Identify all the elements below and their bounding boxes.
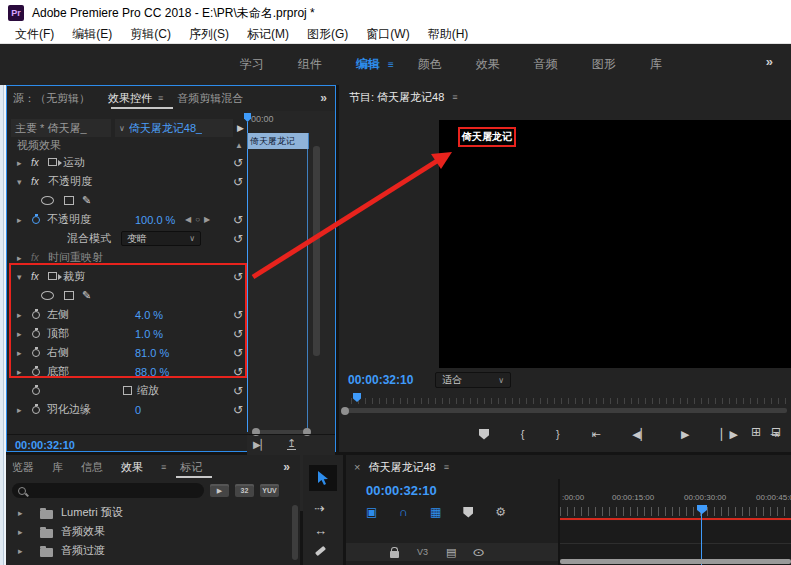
menu-4[interactable]: 标记(M) bbox=[238, 26, 298, 43]
reset-icon[interactable]: ↺ bbox=[233, 308, 243, 322]
twirl-icon[interactable]: ▸ bbox=[18, 508, 32, 518]
workspace-overflow-icon[interactable]: » bbox=[766, 54, 773, 69]
effects-tab-1[interactable]: 库 bbox=[52, 460, 63, 475]
reset-icon[interactable]: ↺ bbox=[233, 403, 243, 417]
search-input[interactable] bbox=[31, 484, 181, 497]
pen-mask-icon[interactable]: ✎ bbox=[82, 194, 91, 207]
reset-icon[interactable]: ↺ bbox=[233, 346, 243, 360]
play-icon[interactable]: ▶ bbox=[681, 428, 689, 441]
param-name[interactable]: 顶部 bbox=[47, 326, 69, 341]
effects-folder-row[interactable]: ▸Lumetri 预设 bbox=[6, 503, 300, 522]
rect-mask-icon[interactable] bbox=[64, 291, 74, 300]
menu-6[interactable]: 窗口(W) bbox=[357, 26, 418, 43]
stopwatch-icon[interactable] bbox=[31, 367, 47, 377]
effect-name[interactable]: 时间重映射 bbox=[48, 250, 103, 265]
reset-icon[interactable]: ↺ bbox=[233, 232, 243, 246]
program-timecode[interactable]: 00:00:32:10 bbox=[348, 373, 413, 387]
reset-icon[interactable]: ↺ bbox=[233, 327, 243, 341]
keyframe-nav-icons[interactable]: ◀○▶ bbox=[185, 215, 214, 224]
lock-icon[interactable] bbox=[390, 551, 399, 558]
twirl-icon[interactable]: ▸ bbox=[17, 215, 31, 225]
stopwatch-icon[interactable] bbox=[31, 405, 47, 415]
rect-mask-icon[interactable] bbox=[64, 196, 74, 205]
workspace-tab-0[interactable]: 学习 bbox=[240, 56, 264, 73]
program-video-area[interactable] bbox=[439, 120, 791, 368]
effect-row-羽化边缘[interactable]: ▸羽化边缘0↺ bbox=[17, 400, 253, 419]
workspace-tab-6[interactable]: 图形 bbox=[592, 56, 616, 73]
twirl-icon[interactable]: ▾ bbox=[17, 177, 31, 187]
twirl-icon[interactable]: ▸ bbox=[17, 253, 31, 263]
param-value[interactable]: 4.0 % bbox=[135, 309, 163, 321]
zoom-checkbox[interactable] bbox=[123, 386, 132, 395]
folder-label[interactable]: 音频过渡 bbox=[61, 543, 105, 558]
menu-0[interactable]: 文件(F) bbox=[6, 26, 63, 43]
effect-row-运动[interactable]: ▸fx运动↺ bbox=[17, 153, 253, 172]
effect-row-不透明度[interactable]: ▸不透明度100.0 %◀○▶↺ bbox=[17, 210, 253, 229]
timeline-panel-menu-icon[interactable]: ≡ bbox=[444, 462, 449, 472]
reset-icon[interactable]: ↺ bbox=[233, 365, 243, 379]
effects-folder-row[interactable]: ▸音频过渡 bbox=[6, 541, 300, 560]
ripple-edit-tool[interactable]: ↔ bbox=[314, 523, 327, 538]
program-zoom-scrollbar[interactable] bbox=[343, 408, 787, 413]
effects-folder-row[interactable]: ▸音频效果 bbox=[6, 522, 300, 541]
selection-tool[interactable] bbox=[309, 465, 337, 491]
effect-row-底部[interactable]: ▸底部88.0 %↺ bbox=[17, 362, 253, 381]
yuv-badge[interactable]: YUV bbox=[260, 484, 279, 497]
twirl-icon[interactable]: ▸ bbox=[18, 546, 32, 556]
ellipse-mask-icon[interactable] bbox=[41, 196, 54, 205]
effect-row-缩放[interactable]: 缩放↺ bbox=[17, 381, 253, 400]
folder-label[interactable]: 音频效果 bbox=[61, 524, 105, 539]
mark-in-icon[interactable]: { bbox=[521, 428, 525, 440]
marker-icon[interactable] bbox=[463, 507, 473, 518]
tab-program-monitor[interactable]: 节目: 倚天屠龙记48 bbox=[349, 90, 444, 105]
effect-row-裁剪[interactable]: ▾fx裁剪↺ bbox=[17, 267, 253, 286]
snap-icon[interactable]: ∩ bbox=[399, 505, 408, 519]
fit-zoom-select[interactable]: 适合 ∨ bbox=[435, 372, 511, 388]
twirl-icon[interactable]: ▾ bbox=[17, 272, 31, 282]
effect-row-时间重映射[interactable]: ▸fx时间重映射 bbox=[17, 248, 253, 267]
workspace-menu-icon[interactable]: ≡ bbox=[388, 59, 394, 70]
workspace-tab-2[interactable]: 编辑 bbox=[356, 56, 380, 73]
menu-5[interactable]: 图形(G) bbox=[298, 26, 357, 43]
effects-search-box[interactable] bbox=[12, 483, 204, 498]
play-clip-icon[interactable]: ▶▏ bbox=[253, 439, 268, 450]
nest-icon[interactable]: ▣ bbox=[366, 505, 377, 519]
twirl-icon[interactable]: ▸ bbox=[17, 158, 31, 168]
effect-row-不透明度[interactable]: ▾fx不透明度↺ bbox=[17, 172, 253, 191]
step-back-icon[interactable]: ◀▏ bbox=[632, 428, 649, 441]
eye-icon[interactable]: ⊙ bbox=[472, 547, 485, 558]
workspace-tab-5[interactable]: 音频 bbox=[534, 56, 558, 73]
effects-scrollbar[interactable] bbox=[292, 505, 298, 560]
close-panel-icon[interactable]: × bbox=[354, 461, 360, 473]
effects-tab-2[interactable]: 信息 bbox=[81, 460, 103, 475]
reset-icon[interactable]: ↺ bbox=[233, 175, 243, 189]
accelerated-effects-badge[interactable]: ▶ bbox=[210, 484, 229, 497]
effects-tab-0[interactable]: 览器 bbox=[12, 460, 34, 475]
linked-selection-icon[interactable]: ▦ bbox=[430, 505, 441, 519]
stopwatch-icon[interactable] bbox=[31, 348, 47, 358]
program-panel-menu-icon[interactable]: ≡ bbox=[452, 92, 457, 102]
step-forward-icon[interactable]: ▏▶ bbox=[721, 428, 738, 441]
param-name[interactable]: 右侧 bbox=[47, 345, 69, 360]
twirl-icon[interactable]: ▸ bbox=[17, 329, 31, 339]
fx-badge[interactable]: fx bbox=[31, 252, 48, 263]
effects-tab-3[interactable]: 效果 bbox=[121, 460, 143, 475]
stopwatch-icon[interactable] bbox=[31, 310, 47, 320]
twirl-icon[interactable]: ▸ bbox=[17, 405, 31, 415]
param-value[interactable]: 0 bbox=[135, 404, 141, 416]
program-zoom-handle[interactable] bbox=[341, 407, 349, 415]
track-target-icon[interactable]: ▤ bbox=[446, 546, 456, 559]
razor-tool[interactable] bbox=[315, 549, 326, 553]
twirl-icon[interactable]: ▸ bbox=[17, 348, 31, 358]
effect-row-顶部[interactable]: ▸顶部1.0 %↺ bbox=[17, 324, 253, 343]
reset-icon[interactable]: ↺ bbox=[233, 384, 243, 398]
menu-3[interactable]: 序列(S) bbox=[180, 26, 238, 43]
mark-out-icon[interactable]: } bbox=[556, 428, 560, 440]
timeline-horizontal-scrollbar[interactable] bbox=[560, 559, 791, 564]
effect-row-混合模式[interactable]: 混合模式变暗∨↺ bbox=[17, 229, 253, 248]
effects-tab-4[interactable]: 标记 bbox=[180, 460, 202, 475]
reset-icon[interactable]: ↺ bbox=[233, 213, 243, 227]
menu-7[interactable]: 帮助(H) bbox=[419, 26, 478, 43]
param-name[interactable]: 底部 bbox=[47, 364, 69, 379]
blend-mode-select[interactable]: 变暗∨ bbox=[121, 231, 201, 246]
